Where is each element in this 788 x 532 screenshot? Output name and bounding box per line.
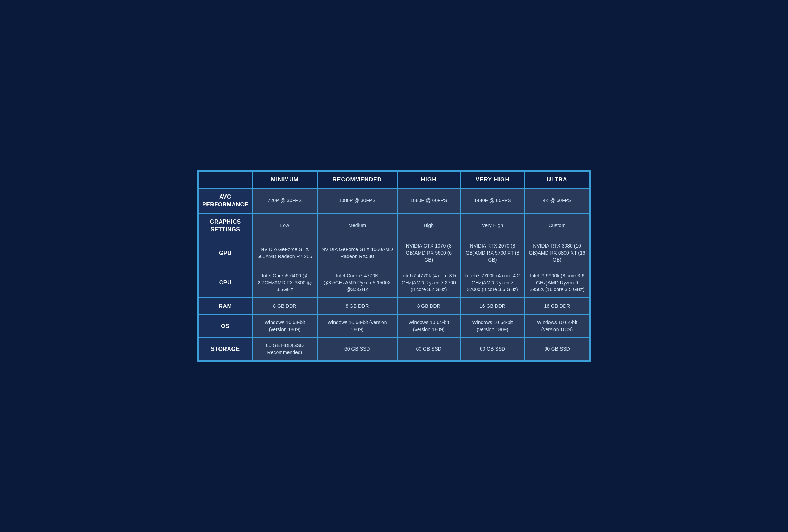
cell-r1-c2: High	[397, 213, 460, 238]
cell-r0-c2: 1080P @ 60FPS	[397, 188, 460, 213]
row-label-os: OS	[198, 315, 252, 338]
cell-r5-c0: Windows 10 64-bit (version 1809)	[252, 315, 317, 338]
cell-r6-c4: 60 GB SSD	[525, 338, 590, 360]
cell-r4-c2: 8 GB DDR	[397, 298, 460, 315]
header-ultra: ULTRA	[525, 171, 590, 188]
cell-r3-c1: Intel Core i7-4770K @3.5GHzAMD Ryzen 5 1…	[317, 268, 397, 298]
cell-r2-c2: NVIDIA GTX 1070 (8 GB)AMD RX 5600 (6 GB)	[397, 238, 460, 268]
cell-r5-c1: Windows 10 64-bit (version 1809)	[317, 315, 397, 338]
header-very-high: VERY HIGH	[460, 171, 525, 188]
header-recommended: RECOMMENDED	[317, 171, 397, 188]
header-minimum: MINIMUM	[252, 171, 317, 188]
cell-r3-c2: Intel i7-4770k (4 core 3.5 GHz)AMD Ryzen…	[397, 268, 460, 298]
cell-r0-c1: 1080P @ 30FPS	[317, 188, 397, 213]
specs-table-wrapper: MINIMUMRECOMMENDEDHIGHVERY HIGHULTRA AVG…	[197, 170, 591, 362]
row-label-cpu: CPU	[198, 268, 252, 298]
row-label-graphics-settings: Graphics Settings	[198, 213, 252, 238]
cell-r0-c0: 720P @ 30FPS	[252, 188, 317, 213]
cell-r0-c4: 4K @ 60FPS	[525, 188, 590, 213]
cell-r6-c2: 60 GB SSD	[397, 338, 460, 360]
cell-r1-c1: Medium	[317, 213, 397, 238]
specs-table: MINIMUMRECOMMENDEDHIGHVERY HIGHULTRA AVG…	[198, 171, 590, 361]
cell-r4-c0: 8 GB DDR	[252, 298, 317, 315]
table-row: RAM8 GB DDR8 GB DDR8 GB DDR16 GB DDR16 G…	[198, 298, 590, 315]
cell-r3-c3: Intel i7-7700k (4 core 4.2 GHz)AMD Ryzen…	[460, 268, 525, 298]
cell-r2-c1: NVIDIA GeForce GTX 1060AMD Radeon RX580	[317, 238, 397, 268]
header-high: HIGH	[397, 171, 460, 188]
cell-r4-c1: 8 GB DDR	[317, 298, 397, 315]
cell-r6-c0: 60 GB HDD(SSD Recommended)	[252, 338, 317, 360]
header-empty	[198, 171, 252, 188]
cell-r5-c4: Windows 10 64-bit (version 1809)	[525, 315, 590, 338]
cell-r3-c4: Intel i9-9900k (8 core 3.6 GHz)AMD Ryzen…	[525, 268, 590, 298]
row-label-storage: STORAGE	[198, 338, 252, 360]
cell-r5-c2: Windows 10 64-bit (version 1809)	[397, 315, 460, 338]
cell-r1-c0: Low	[252, 213, 317, 238]
cell-r4-c4: 16 GB DDR	[525, 298, 590, 315]
cell-r4-c3: 16 GB DDR	[460, 298, 525, 315]
table-row: OSWindows 10 64-bit (version 1809)Window…	[198, 315, 590, 338]
table-row: AVG Performance720P @ 30FPS1080P @ 30FPS…	[198, 188, 590, 213]
cell-r2-c3: NVIDIA RTX 2070 (8 GB)AMD RX 5700 XT (8 …	[460, 238, 525, 268]
row-label-gpu: GPU	[198, 238, 252, 268]
cell-r1-c4: Custom	[525, 213, 590, 238]
table-row: GPUNVIDIA GeForce GTX 660AMD Radeon R7 2…	[198, 238, 590, 268]
cell-r2-c4: NVIDIA RTX 3080 (10 GB)AMD RX 6800 XT (1…	[525, 238, 590, 268]
row-label-avg-performance: AVG Performance	[198, 188, 252, 213]
row-label-ram: RAM	[198, 298, 252, 315]
cell-r5-c3: Windows 10 64-bit (version 1809)	[460, 315, 525, 338]
table-body: AVG Performance720P @ 30FPS1080P @ 30FPS…	[198, 188, 590, 361]
table-row: Graphics SettingsLowMediumHighVery HighC…	[198, 213, 590, 238]
table-row: STORAGE60 GB HDD(SSD Recommended)60 GB S…	[198, 338, 590, 360]
table-header-row: MINIMUMRECOMMENDEDHIGHVERY HIGHULTRA	[198, 171, 590, 188]
cell-r6-c1: 60 GB SSD	[317, 338, 397, 360]
cell-r1-c3: Very High	[460, 213, 525, 238]
table-row: CPUIntel Core i5-6400 @ 2.7GHzAMD FX-630…	[198, 268, 590, 298]
cell-r6-c3: 60 GB SSD	[460, 338, 525, 360]
cell-r2-c0: NVIDIA GeForce GTX 660AMD Radeon R7 265	[252, 238, 317, 268]
cell-r0-c3: 1440P @ 60FPS	[460, 188, 525, 213]
cell-r3-c0: Intel Core i5-6400 @ 2.7GHzAMD FX-6300 @…	[252, 268, 317, 298]
